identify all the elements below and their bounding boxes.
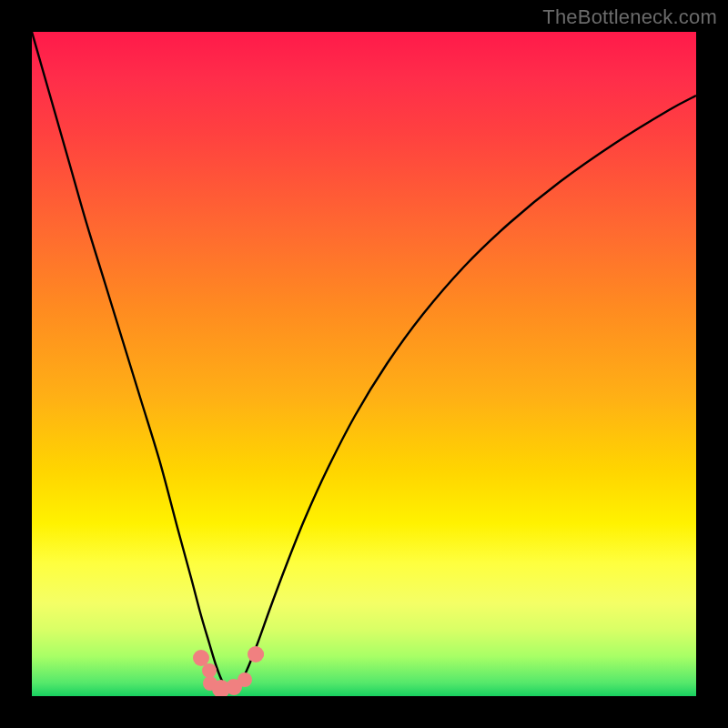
marker-1 <box>193 650 209 666</box>
marker-2 <box>202 663 217 678</box>
marker-6 <box>238 672 252 687</box>
marker-8 <box>255 650 264 659</box>
watermark-text: TheBottleneck.com <box>542 5 717 29</box>
chart-svg <box>32 32 696 696</box>
chart-curve <box>32 32 696 691</box>
chart-plot-area <box>32 32 696 696</box>
chart-frame: TheBottleneck.com <box>0 0 728 728</box>
chart-markers <box>193 646 264 696</box>
